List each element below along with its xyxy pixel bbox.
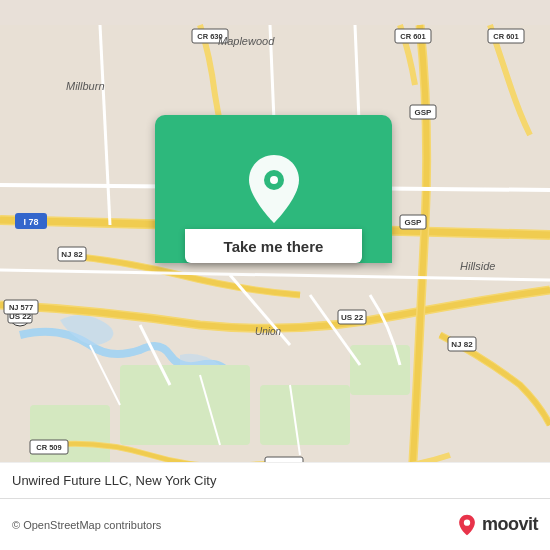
- moovit-logo: moovit: [456, 514, 538, 536]
- svg-rect-4: [30, 405, 110, 465]
- svg-rect-3: [350, 345, 410, 395]
- svg-point-41: [270, 176, 278, 184]
- svg-text:US 22: US 22: [341, 313, 364, 322]
- svg-text:Hillside: Hillside: [460, 260, 495, 272]
- svg-point-42: [464, 519, 470, 525]
- svg-rect-2: [260, 385, 350, 445]
- moovit-brand-name: moovit: [482, 514, 538, 535]
- place-name: Unwired Future LLC, New York City: [12, 473, 216, 488]
- location-pin-icon: [244, 153, 304, 225]
- take-me-there-button[interactable]: Take me there: [185, 229, 362, 263]
- svg-text:Millburn: Millburn: [66, 80, 105, 92]
- svg-text:Union: Union: [255, 326, 282, 337]
- svg-text:GSP: GSP: [415, 108, 433, 117]
- svg-text:I 78: I 78: [23, 217, 38, 227]
- osm-credit: © OpenStreetMap contributors: [12, 519, 456, 531]
- svg-text:NJ 577: NJ 577: [9, 303, 33, 312]
- svg-text:GSP: GSP: [405, 218, 423, 227]
- svg-text:Maplewood: Maplewood: [218, 35, 275, 47]
- cta-label: Take me there: [224, 238, 324, 255]
- svg-text:CR 601: CR 601: [400, 32, 425, 41]
- svg-rect-1: [120, 365, 250, 445]
- svg-text:CR 509: CR 509: [36, 443, 61, 452]
- place-name-bar: Unwired Future LLC, New York City: [0, 462, 550, 498]
- svg-text:CR 601: CR 601: [493, 32, 518, 41]
- svg-text:NJ 82: NJ 82: [61, 250, 83, 259]
- map-container: I 78 US 22 US 22 US 22 NJ 82 NJ 82 GSP G…: [0, 0, 550, 550]
- bottom-bar: © OpenStreetMap contributors moovit: [0, 498, 550, 550]
- svg-text:NJ 82: NJ 82: [451, 340, 473, 349]
- moovit-pin-icon: [456, 514, 478, 536]
